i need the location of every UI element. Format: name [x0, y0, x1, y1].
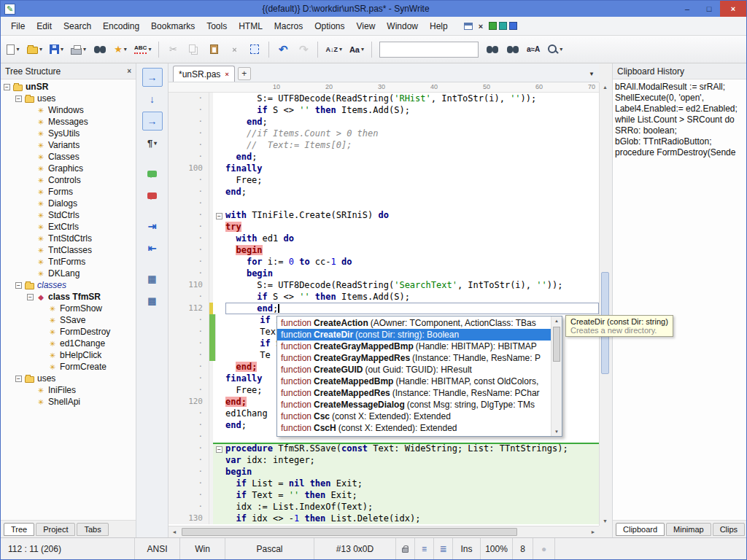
completion-item[interactable]: functionCreateGUID(out Guid: TGUID): HRe…: [277, 364, 551, 376]
find-next-button[interactable]: [483, 39, 502, 60]
code-line[interactable]: ·var idx: integer;: [169, 454, 599, 466]
unindent-button[interactable]: ⇤: [142, 238, 163, 257]
tree-item[interactable]: ✳FormCreate: [1, 361, 136, 373]
copy-button[interactable]: [184, 39, 203, 60]
code-line[interactable]: · idx := List.IndexOf(Text);: [169, 501, 599, 513]
panel-tab-clipboard[interactable]: Clipboard: [616, 523, 665, 536]
menu-item-html[interactable]: HTML: [233, 18, 268, 34]
code-line[interactable]: ·: [169, 198, 599, 209]
tree-item[interactable]: ✳Windows: [1, 104, 136, 116]
code-line[interactable]: 110 S:= UTF8Decode(ReadString('SearchTex…: [169, 279, 599, 291]
collapse-toggle-icon[interactable]: −: [15, 282, 22, 289]
pilcrow-button[interactable]: ¶▾: [142, 133, 163, 152]
tree-item[interactable]: −◆class TfmSR: [1, 291, 136, 303]
case-button[interactable]: Aa▾: [347, 39, 367, 60]
open-folder-button[interactable]: ▾: [24, 39, 45, 60]
clipboard-item[interactable]: procedure FormDestroy(Sende: [615, 147, 746, 158]
menu-item-search[interactable]: Search: [58, 18, 97, 34]
zoom-level[interactable]: 100%: [481, 538, 513, 559]
color-swatch-0[interactable]: [489, 22, 497, 30]
tree-item[interactable]: ✳bHelpClick: [1, 349, 136, 361]
comment-off-button[interactable]: [142, 186, 163, 205]
tree-item[interactable]: ✳IniFiles: [1, 384, 136, 396]
tree-item[interactable]: −unSR: [1, 81, 136, 93]
undo-button[interactable]: ↶: [274, 39, 293, 60]
collapse-toggle-icon[interactable]: −: [15, 376, 22, 382]
code-line[interactable]: · if List = nil then Exit;: [169, 478, 599, 489]
tree-item[interactable]: ✳Forms: [1, 186, 136, 198]
new-tab-button[interactable]: +: [238, 67, 251, 80]
completion-item[interactable]: functionCsc(const X: Extended): Extended: [277, 411, 551, 422]
lock-icon[interactable]: [396, 538, 415, 559]
menu-item-window[interactable]: Window: [381, 18, 424, 34]
completion-item[interactable]: functionCreateGrayMappedRes(Instance: TH…: [277, 352, 551, 364]
match-case-button[interactable]: a≈A: [524, 39, 543, 60]
code-line[interactable]: ·end;: [169, 186, 599, 198]
tree-item[interactable]: ✳StdCtrls: [1, 209, 136, 221]
clipboard-item[interactable]: SRRo: boolean;: [615, 125, 746, 136]
clipboard-item[interactable]: while List.Count > SRCount do: [615, 114, 746, 125]
zoom-button[interactable]: ▾: [544, 39, 565, 60]
tree-item[interactable]: ✳ExtCtrls: [1, 221, 136, 233]
completion-scroll-thumb[interactable]: [553, 327, 560, 362]
clipboard-item[interactable]: Label4.Enabled:= ed2.Enabled;: [615, 104, 746, 114]
tree-item[interactable]: ✳FormDestroy: [1, 326, 136, 338]
find-button[interactable]: [90, 39, 109, 60]
menu-item-file[interactable]: File: [5, 18, 31, 34]
code-line[interactable]: · end;: [169, 116, 599, 128]
arrow-down-button[interactable]: ↓: [142, 90, 163, 109]
code-line[interactable]: ·begin: [169, 466, 599, 478]
panel-tab-clips[interactable]: Clips: [713, 523, 745, 536]
macro-record-icon[interactable]: ●: [533, 538, 555, 559]
tree-item[interactable]: ✳Messages: [1, 116, 136, 128]
fold-toggle-icon[interactable]: −: [216, 446, 222, 453]
code-line[interactable]: · if S <> '' then Items.Add(S);: [169, 291, 599, 303]
tree-item[interactable]: ✳Controls: [1, 174, 136, 186]
tree-item[interactable]: −classes: [1, 279, 136, 291]
minimize-button[interactable]: –: [676, 1, 698, 17]
new-file-button[interactable]: ▾: [4, 39, 23, 60]
child-close-icon[interactable]: ×: [479, 22, 483, 31]
code-line[interactable]: · if S <> '' then Items.Add(S);: [169, 104, 599, 116]
tree-item[interactable]: ✳Dialogs: [1, 198, 136, 209]
code-line[interactable]: · with ed1 do: [169, 233, 599, 244]
tree-item[interactable]: ✳Graphics: [1, 163, 136, 174]
frame2-button[interactable]: ▩: [142, 291, 163, 310]
clipboard-item[interactable]: bGlob: TTntRadioButton;: [615, 136, 746, 147]
code-line[interactable]: · begin: [169, 244, 599, 256]
menu-item-help[interactable]: Help: [424, 18, 454, 34]
code-line[interactable]: 100finally: [169, 163, 599, 174]
caret-position[interactable]: 112 : 11 (206): [1, 538, 135, 559]
menu-item-view[interactable]: View: [351, 18, 382, 34]
char-code[interactable]: #13 0x0D: [314, 538, 396, 559]
collapse-toggle-icon[interactable]: −: [15, 96, 22, 102]
completion-item[interactable]: functionCreateDir(const Dir: string): Bo…: [277, 329, 551, 341]
panel-tab-project[interactable]: Project: [36, 523, 75, 536]
ruler-icon[interactable]: ≣: [434, 538, 453, 559]
tree-item[interactable]: −uses: [1, 93, 136, 104]
collapse-toggle-icon[interactable]: −: [27, 294, 34, 300]
delete-button[interactable]: ×: [225, 39, 244, 60]
menu-item-edit[interactable]: Edit: [31, 18, 58, 34]
macro-button[interactable]: ★▾: [111, 39, 130, 60]
menu-item-encoding[interactable]: Encoding: [97, 18, 145, 34]
arrow-right-button[interactable]: →: [142, 112, 163, 131]
code-line[interactable]: · begin: [169, 268, 599, 279]
color-swatch-1[interactable]: [499, 22, 507, 30]
editor-tab[interactable]: *unSR.pas ×: [173, 66, 235, 82]
completion-scrollbar[interactable]: ▲ ▼: [551, 316, 562, 436]
color-swatch-2[interactable]: [509, 22, 517, 30]
code-line[interactable]: ·−with TIniFile.Create(SRIniS) do: [169, 209, 599, 221]
focus-editor-button[interactable]: →: [142, 68, 163, 87]
code-line[interactable]: · end;: [169, 151, 599, 163]
sort-button[interactable]: A↓Z▾: [322, 39, 345, 60]
tree-item[interactable]: ✳SysUtils: [1, 128, 136, 139]
horizontal-scroll-thumb[interactable]: [182, 528, 517, 536]
menu-item-tools[interactable]: Tools: [201, 18, 233, 34]
code-line[interactable]: ·try: [169, 221, 599, 233]
scroll-up-icon[interactable]: ▲: [551, 319, 562, 323]
app-icon[interactable]: ✎: [4, 4, 15, 15]
print-button[interactable]: ▾: [68, 39, 89, 60]
menu-item-macros[interactable]: Macros: [268, 18, 309, 34]
code-line[interactable]: · S:= UTF8Decode(ReadString('RHist', Int…: [169, 93, 599, 104]
